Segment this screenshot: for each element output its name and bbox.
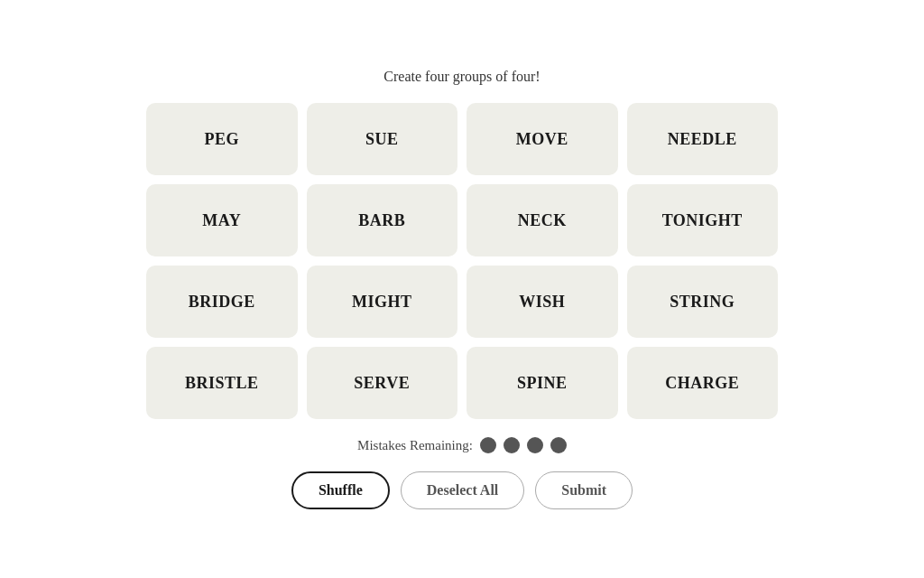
word-label: SERVE — [354, 374, 410, 393]
mistake-dot-2 — [504, 437, 520, 453]
mistake-dot-1 — [480, 437, 496, 453]
submit-button[interactable]: Submit — [535, 471, 633, 509]
word-label: NEEDLE — [668, 130, 737, 149]
word-card[interactable]: BRISTLE — [146, 347, 298, 419]
shuffle-button[interactable]: Shuffle — [291, 471, 390, 509]
word-label: BRISTLE — [185, 374, 259, 393]
word-card[interactable]: NEEDLE — [627, 103, 779, 175]
instructions: Create four groups of four! — [383, 69, 540, 85]
mistakes-row: Mistakes Remaining: — [357, 437, 567, 453]
word-label: MIGHT — [352, 293, 412, 312]
word-label: CHARGE — [665, 374, 739, 393]
game-container: Create four groups of four! PEGSUEMOVENE… — [146, 69, 778, 509]
word-card[interactable]: CHARGE — [627, 347, 779, 419]
mistakes-label: Mistakes Remaining: — [357, 438, 473, 453]
word-label: MOVE — [516, 130, 568, 149]
buttons-row: Shuffle Deselect All Submit — [291, 471, 633, 509]
word-card[interactable]: NECK — [467, 184, 618, 256]
word-card[interactable]: STRING — [627, 266, 779, 338]
word-label: SPINE — [517, 374, 568, 393]
word-card[interactable]: SPINE — [467, 347, 618, 419]
word-card[interactable]: TONIGHT — [627, 184, 779, 256]
word-label: MAY — [202, 211, 241, 230]
mistake-dot-3 — [527, 437, 543, 453]
word-card[interactable]: BARB — [307, 184, 458, 256]
word-label: BRIDGE — [189, 293, 255, 312]
word-card[interactable]: BRIDGE — [146, 266, 298, 338]
mistake-dot-4 — [550, 437, 567, 453]
word-card[interactable]: PEG — [146, 103, 298, 175]
word-card[interactable]: SUE — [307, 103, 458, 175]
deselect-button[interactable]: Deselect All — [401, 471, 525, 509]
word-card[interactable]: WISH — [467, 266, 618, 338]
word-label: NECK — [518, 211, 567, 230]
word-card[interactable]: MOVE — [467, 103, 618, 175]
word-card[interactable]: MAY — [146, 184, 298, 256]
word-label: STRING — [670, 293, 735, 312]
word-grid: PEGSUEMOVENEEDLEMAYBARBNECKTONIGHTBRIDGE… — [146, 103, 778, 419]
word-label: WISH — [519, 293, 565, 312]
word-label: SUE — [365, 130, 399, 149]
word-label: TONIGHT — [662, 211, 743, 230]
word-label: BARB — [358, 211, 405, 230]
word-label: PEG — [204, 130, 239, 149]
word-card[interactable]: SERVE — [307, 347, 458, 419]
word-card[interactable]: MIGHT — [307, 266, 458, 338]
